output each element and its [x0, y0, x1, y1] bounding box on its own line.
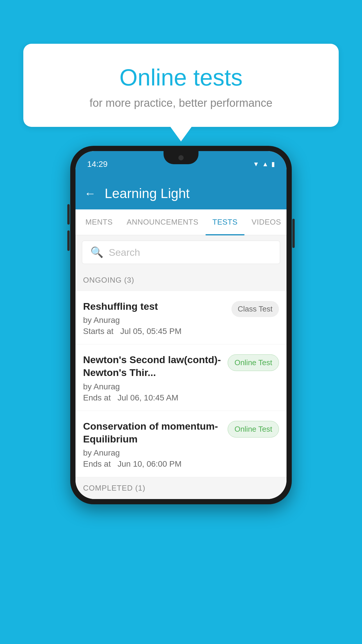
test-name: Newton's Second law(contd)-Newton's Thir… [83, 353, 222, 379]
search-container: 🔍 Search [75, 235, 287, 269]
app-title: Learning Light [105, 186, 190, 201]
bubble-subtitle: for more practice, better performance [41, 97, 321, 109]
test-item[interactable]: Reshuffling test by Anurag Starts at Jul… [75, 291, 287, 344]
ongoing-label: ONGOING (3) [83, 276, 134, 284]
tabs-bar: MENTS ANNOUNCEMENTS TESTS VIDEOS [75, 209, 287, 235]
search-placeholder: Search [109, 247, 140, 258]
completed-label: COMPLETED (1) [83, 484, 145, 492]
status-time: 14:29 [87, 160, 108, 169]
test-item[interactable]: Newton's Second law(contd)-Newton's Thir… [75, 344, 287, 411]
status-icons: ▼ ▲ ▮ [253, 160, 275, 168]
search-bar[interactable]: 🔍 Search [82, 241, 280, 264]
status-bar: 14:29 ▼ ▲ ▮ [75, 151, 287, 177]
test-info: Conservation of momentum-Equilibrium by … [83, 420, 222, 469]
wifi-icon: ▼ [253, 160, 259, 168]
completed-section-header: COMPLETED (1) [75, 477, 287, 499]
search-icon: 🔍 [90, 246, 103, 258]
test-info: Newton's Second law(contd)-Newton's Thir… [83, 353, 222, 402]
back-button[interactable]: ← [84, 187, 96, 200]
test-badge-online: Online Test [228, 354, 279, 371]
speech-bubble-container: Online tests for more practice, better p… [23, 44, 339, 127]
phone-outer: 14:29 ▼ ▲ ▮ ← Learning Light MENTS ANNOU… [70, 146, 292, 504]
speech-bubble: Online tests for more practice, better p… [23, 44, 339, 127]
tab-announcements[interactable]: ANNOUNCEMENTS [120, 209, 205, 235]
volume-up-button [67, 204, 70, 225]
tab-tests[interactable]: TESTS [205, 209, 245, 235]
test-time: Ends at Jul 06, 10:45 AM [83, 393, 222, 402]
test-author: by Anurag [83, 316, 226, 325]
test-name: Conservation of momentum-Equilibrium [83, 420, 222, 445]
app-header: ← Learning Light [75, 177, 287, 209]
power-button [292, 219, 295, 248]
test-time: Starts at Jul 05, 05:45 PM [83, 327, 226, 336]
bubble-title: Online tests [41, 64, 321, 91]
ongoing-section-header: ONGOING (3) [75, 269, 287, 291]
battery-icon: ▮ [271, 160, 275, 168]
tab-ments[interactable]: MENTS [78, 209, 120, 235]
test-badge-class: Class Test [231, 301, 279, 317]
signal-icon: ▲ [262, 160, 268, 168]
test-badge-online: Online Test [228, 421, 279, 438]
phone-wrapper: 14:29 ▼ ▲ ▮ ← Learning Light MENTS ANNOU… [70, 146, 292, 504]
test-author: by Anurag [83, 448, 222, 458]
phone-screen: 14:29 ▼ ▲ ▮ ← Learning Light MENTS ANNOU… [75, 151, 287, 499]
test-name: Reshuffling test [83, 300, 226, 313]
camera-dot [178, 155, 184, 160]
test-author: by Anurag [83, 382, 222, 391]
test-time: Ends at Jun 10, 06:00 PM [83, 459, 222, 469]
phone-notch [164, 151, 198, 164]
tab-videos[interactable]: VIDEOS [245, 209, 287, 235]
test-info: Reshuffling test by Anurag Starts at Jul… [83, 300, 226, 336]
test-list: Reshuffling test by Anurag Starts at Jul… [75, 291, 287, 477]
test-item[interactable]: Conservation of momentum-Equilibrium by … [75, 411, 287, 477]
volume-down-button [67, 230, 70, 251]
